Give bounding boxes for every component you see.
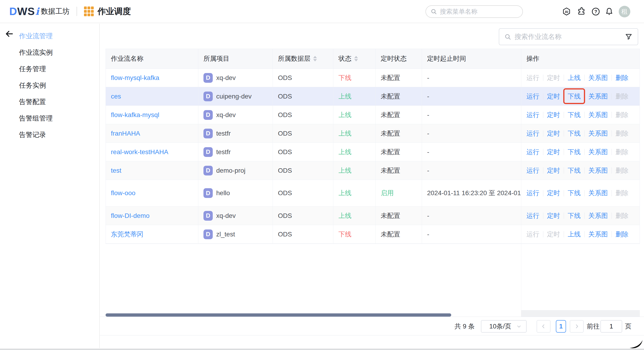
- horizontal-scrollbar[interactable]: [106, 313, 451, 317]
- workflow-name-link[interactable]: 东莞梵蒂冈: [111, 230, 143, 239]
- action-separator: [612, 130, 612, 136]
- action-1-link[interactable]: 定时: [547, 129, 560, 138]
- sidebar-item-4[interactable]: 告警配置: [0, 94, 99, 110]
- brand-logo: DWSi 数据工坊: [0, 5, 70, 18]
- sidebar-item-1[interactable]: 作业流实例: [0, 44, 99, 61]
- help-icon[interactable]: ?: [591, 7, 600, 16]
- action-3-link[interactable]: 关系图: [588, 189, 608, 197]
- sort-asc-icon[interactable]: [354, 56, 358, 58]
- action-3-link[interactable]: 关系图: [588, 166, 608, 175]
- column-header-2[interactable]: 所属数据层: [273, 49, 333, 68]
- action-2-link[interactable]: 下线: [568, 211, 581, 220]
- action-0-link[interactable]: 运行: [526, 129, 539, 138]
- column-header-4: 定时状态: [376, 49, 422, 68]
- table-row-7: flow-DI-demoDxq-devODS上线未配置-运行定时下线关系图删除: [106, 207, 640, 225]
- fixed-column-scroll-cover: [521, 310, 640, 317]
- sidebar-item-5[interactable]: 告警组管理: [0, 110, 99, 127]
- goto-label: 前往: [587, 317, 600, 336]
- action-2-link[interactable]: 下线: [568, 111, 581, 119]
- ai-assistant-icon[interactable]: AI: [562, 7, 571, 16]
- column-header-5: 定时起止时间: [422, 49, 521, 68]
- workflow-search-input[interactable]: [514, 33, 625, 40]
- action-1-link[interactable]: 定时: [547, 111, 560, 119]
- action-4-link[interactable]: 删除: [616, 73, 628, 82]
- table-row-6: flow-oooDhelloODS上线启用2024-01-11 16:23:20…: [106, 180, 640, 207]
- workflow-name-link[interactable]: flow-mysql-kafka: [111, 74, 159, 82]
- action-3-link[interactable]: 关系图: [588, 129, 608, 138]
- workflow-name-link[interactable]: flow-DI-demo: [111, 212, 150, 220]
- project-cell: Dxq-dev: [198, 207, 273, 225]
- sort-carets-icon[interactable]: [354, 56, 358, 61]
- current-page-button[interactable]: 1: [556, 320, 566, 333]
- workflow-name-link[interactable]: franHAHA: [111, 130, 140, 137]
- time-range-text: -: [427, 212, 429, 220]
- sort-carets-icon[interactable]: [313, 56, 317, 61]
- status-cell: 上线: [333, 161, 376, 180]
- action-1-link[interactable]: 定时: [547, 148, 560, 156]
- action-4-link: 删除: [616, 166, 628, 175]
- status-text: 上线: [338, 129, 352, 138]
- action-0-link[interactable]: 运行: [526, 166, 539, 175]
- action-1-link[interactable]: 定时: [547, 189, 560, 197]
- action-2-link[interactable]: 上线: [568, 73, 581, 82]
- workflow-name-link[interactable]: real-work-testHAHA: [111, 148, 168, 156]
- action-1-link[interactable]: 定时: [547, 166, 560, 175]
- action-0-link[interactable]: 运行: [526, 148, 539, 156]
- data-layer-cell: ODS: [273, 207, 333, 225]
- workflow-name-link[interactable]: ces: [111, 93, 121, 100]
- goto-page-input[interactable]: [600, 320, 622, 333]
- sidebar-item-6[interactable]: 告警记录: [0, 127, 99, 143]
- table-row-4: real-work-testHAHADtestfrODS上线未配置-运行定时下线…: [106, 143, 640, 161]
- user-avatar[interactable]: 租: [619, 6, 630, 17]
- action-3-link[interactable]: 关系图: [588, 111, 608, 119]
- column-label: 操作: [526, 54, 539, 63]
- brand-logo-i: i: [35, 6, 39, 17]
- action-0-link[interactable]: 运行: [526, 92, 539, 101]
- action-2-link[interactable]: 下线: [568, 148, 581, 156]
- notification-bell-icon[interactable]: [604, 7, 614, 16]
- sort-desc-icon[interactable]: [313, 59, 317, 61]
- action-2-link[interactable]: 上线: [568, 230, 581, 239]
- prev-page-button[interactable]: [536, 320, 550, 333]
- column-header-3[interactable]: 状态: [333, 49, 376, 68]
- action-2-link[interactable]: 下线: [568, 92, 581, 101]
- sort-asc-icon[interactable]: [313, 56, 317, 58]
- sort-desc-icon[interactable]: [354, 59, 358, 61]
- action-2-link[interactable]: 下线: [568, 189, 581, 197]
- sidebar-item-3[interactable]: 任务实例: [0, 77, 99, 94]
- project-name: xq-dev: [216, 111, 236, 119]
- action-0-link[interactable]: 运行: [526, 189, 539, 197]
- action-2-link[interactable]: 下线: [568, 166, 581, 175]
- annotated-action[interactable]: 下线: [568, 92, 581, 101]
- action-0-link[interactable]: 运行: [526, 111, 539, 119]
- action-4-link[interactable]: 删除: [616, 230, 628, 239]
- status-text: 上线: [338, 166, 352, 175]
- action-3-link[interactable]: 关系图: [588, 148, 608, 156]
- workflow-search-box[interactable]: [499, 28, 638, 45]
- workflow-name-link[interactable]: flow-kafka-mysql: [111, 111, 159, 119]
- action-1-link[interactable]: 定时: [547, 92, 560, 101]
- action-3-link[interactable]: 关系图: [588, 211, 608, 220]
- next-page-button[interactable]: [570, 320, 584, 333]
- project-badge: D: [204, 91, 213, 101]
- menu-search-box[interactable]: [426, 5, 523, 18]
- workflow-name-cell: flow-mysql-kafka: [106, 69, 198, 87]
- action-3-link[interactable]: 关系图: [588, 73, 608, 82]
- workflow-name-link[interactable]: test: [111, 167, 121, 174]
- menu-search-input[interactable]: [440, 8, 516, 15]
- action-2-link[interactable]: 下线: [568, 129, 581, 138]
- time-range-text: -: [427, 111, 429, 119]
- action-1-link[interactable]: 定时: [547, 211, 560, 220]
- plugin-icon[interactable]: [577, 7, 586, 16]
- svg-text:AI: AI: [565, 10, 568, 14]
- sidebar-item-0[interactable]: 作业流管理: [0, 28, 99, 44]
- data-layer-cell: ODS: [273, 143, 333, 161]
- page-size-select[interactable]: 10条/页: [481, 320, 526, 333]
- action-0-link[interactable]: 运行: [526, 211, 539, 220]
- action-3-link[interactable]: 关系图: [588, 230, 608, 239]
- sidebar-item-2[interactable]: 任务管理: [0, 61, 99, 77]
- filter-icon[interactable]: [625, 33, 633, 41]
- action-3-link[interactable]: 关系图: [588, 92, 608, 101]
- app-grid-icon[interactable]: [84, 6, 94, 16]
- workflow-name-link[interactable]: flow-ooo: [111, 189, 136, 197]
